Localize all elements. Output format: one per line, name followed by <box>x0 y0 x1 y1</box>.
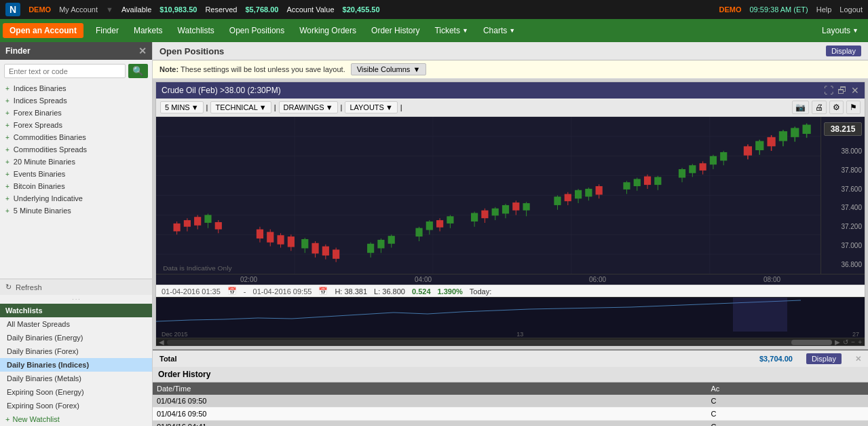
sidebar-close-button[interactable]: ✕ <box>138 46 147 56</box>
charts-dropdown-arrow: ▼ <box>509 27 515 34</box>
layouts-button[interactable]: LAYOUTS ▼ <box>345 101 397 113</box>
nav-tickets[interactable]: Tickets ▼ <box>428 22 474 39</box>
close-total-icon[interactable]: ✕ <box>855 355 861 363</box>
svg-rect-21 <box>215 222 222 230</box>
sidebar-item-forex-spreads[interactable]: + Forex Spreads <box>0 119 152 131</box>
sidebar-item-5min-binaries[interactable]: + 5 Minute Binaries <box>0 205 152 217</box>
sidebar-item-indices-spreads[interactable]: + Indices Spreads <box>0 94 152 107</box>
zoom-reset-button[interactable]: ↺ <box>843 338 848 346</box>
my-account-link[interactable]: My Account <box>59 5 98 14</box>
expand-icon: + <box>5 195 10 202</box>
nav-finder[interactable]: Finder <box>89 22 126 39</box>
nav-working-orders[interactable]: Working Orders <box>293 22 363 39</box>
demo-label: DEMO <box>29 5 51 14</box>
price-label-6: 37.000 <box>824 242 862 249</box>
sidebar-item-20min-binaries[interactable]: + 20 Minute Binaries <box>0 156 152 168</box>
svg-rect-31 <box>301 239 308 248</box>
calendar-icon-2[interactable]: 📅 <box>318 287 328 296</box>
technical-button[interactable]: TECHNICAL ▼ <box>210 101 271 113</box>
drawings-button[interactable]: DRAWINGS ▼ <box>279 101 338 113</box>
calendar-icon[interactable]: 📅 <box>227 287 237 296</box>
watchlist-item-expiring-forex[interactable]: Expiring Soon (Forex) <box>0 399 152 412</box>
svg-rect-53 <box>471 213 478 221</box>
total-display-button[interactable]: Display <box>806 353 842 364</box>
search-input[interactable] <box>4 64 126 78</box>
toolbar-separator: | <box>341 103 343 111</box>
chart-main[interactable]: Data is Indicative Only <box>156 117 820 274</box>
logout-link[interactable]: Logout <box>839 5 863 14</box>
reserved-value: $5,768.00 <box>245 5 278 14</box>
svg-rect-95 <box>755 141 763 150</box>
scroll-right-button[interactable]: ▶ <box>835 338 840 346</box>
total-row: Total $3,704.00 Display ✕ <box>153 351 868 367</box>
total-label: Total <box>159 355 176 363</box>
display-button[interactable]: Display <box>826 46 861 56</box>
sidebar-item-commodities-binaries[interactable]: + Commodities Binaries <box>0 131 152 143</box>
nav-layouts[interactable]: Layouts ▼ <box>815 22 865 39</box>
svg-rect-103 <box>802 125 810 134</box>
total-amount: $3,704.00 <box>759 355 793 363</box>
chart-scrollbar[interactable]: ◀ ▶ ↺ − + <box>156 338 865 346</box>
price-label-2: 37.800 <box>824 166 862 174</box>
refresh-button[interactable]: ↻ Refresh <box>0 279 152 295</box>
nav-markets[interactable]: Markets <box>127 22 170 39</box>
zoom-in-button[interactable]: + <box>858 338 862 346</box>
price-label-7: 36.800 <box>824 261 862 268</box>
open-positions-title: Open Positions <box>159 46 224 56</box>
account-value: $20,455.50 <box>343 5 380 14</box>
order-history-row[interactable]: 01/04/16 04:41 C <box>153 421 868 427</box>
timeframe-button[interactable]: 5 MINS ▼ <box>160 101 204 113</box>
svg-rect-41 <box>377 240 384 249</box>
settings-button[interactable]: ⚙ <box>829 101 844 114</box>
watchlist-item-indices[interactable]: Daily Binaries (Indices) <box>0 358 152 372</box>
sidebar-item-underlying-indicative[interactable]: + Underlying Indicative <box>0 192 152 205</box>
sidebar-item-events-binaries[interactable]: + Events Binaries <box>0 168 152 180</box>
nav-watchlists[interactable]: Watchlists <box>171 22 221 39</box>
visible-columns-button[interactable]: Visible Columns ▼ <box>351 63 427 75</box>
chart-start-date: 01-04-2016 01:35 <box>162 287 221 296</box>
chart-mini-labels: Dec 2015 13 27 <box>156 331 865 338</box>
svg-rect-85 <box>689 165 696 173</box>
scroll-left-button[interactable]: ◀ <box>159 338 164 346</box>
svg-text:Data is Indicative Only: Data is Indicative Only <box>163 264 231 272</box>
chart-today: Today: <box>470 287 491 296</box>
watchlist-item-forex[interactable]: Daily Binaries (Forex) <box>0 344 152 358</box>
svg-rect-79 <box>644 177 651 185</box>
sidebar-item-forex-binaries[interactable]: + Forex Binaries <box>0 107 152 119</box>
toolbar-separator: | <box>206 103 208 111</box>
screenshot-button[interactable]: 📷 <box>792 101 809 114</box>
watchlist-item-expiring-energy[interactable]: Expiring Soon (Energy) <box>0 385 152 399</box>
watchlist-item-energy[interactable]: Daily Binaries (Energy) <box>0 331 152 344</box>
expand-chart-icon[interactable]: ⛶ <box>824 85 833 96</box>
zoom-out-button[interactable]: − <box>851 338 855 346</box>
sidebar-item-indices-binaries[interactable]: + Indices Binaries <box>0 82 152 94</box>
new-watchlist-button[interactable]: + New Watchlist <box>0 412 152 426</box>
sidebar-item-bitcoin-binaries[interactable]: + Bitcoin Binaries <box>0 180 152 192</box>
print-button[interactable]: 🖨 <box>812 101 827 114</box>
open-account-button[interactable]: Open an Account <box>3 23 83 38</box>
chart-mini[interactable] <box>156 297 865 331</box>
mini-label-2: 13 <box>516 331 523 338</box>
order-history-section: Total $3,704.00 Display ✕ Order History … <box>153 351 868 426</box>
nav-open-positions[interactable]: Open Positions <box>223 22 291 39</box>
order-history-row[interactable]: 01/04/16 09:50 C <box>153 408 868 421</box>
nav-charts[interactable]: Charts ▼ <box>476 22 522 39</box>
svg-rect-35 <box>322 247 329 255</box>
watchlist-item-all[interactable]: All Master Spreads <box>0 317 152 331</box>
svg-rect-17 <box>194 217 201 226</box>
scrollbar-thumb[interactable] <box>791 340 832 345</box>
scrollbar-track[interactable] <box>167 340 832 345</box>
nav-bar: Open an Account Finder Markets Watchlist… <box>0 19 868 42</box>
sidebar-item-commodities-spreads[interactable]: + Commodities Spreads <box>0 143 152 156</box>
help-link[interactable]: Help <box>816 5 832 14</box>
time-label-3: 06:00 <box>589 276 606 283</box>
svg-rect-101 <box>791 128 799 137</box>
flag-button[interactable]: ⚑ <box>846 101 861 114</box>
close-chart-icon[interactable]: ✕ <box>851 85 859 96</box>
expand-icon: + <box>5 122 10 129</box>
watchlist-item-metals[interactable]: Daily Binaries (Metals) <box>0 372 152 385</box>
order-history-row[interactable]: 01/04/16 09:50 C <box>153 395 868 408</box>
search-button[interactable]: 🔍 <box>128 64 148 78</box>
detach-chart-icon[interactable]: 🗗 <box>837 85 847 96</box>
nav-order-history[interactable]: Order History <box>364 22 426 39</box>
